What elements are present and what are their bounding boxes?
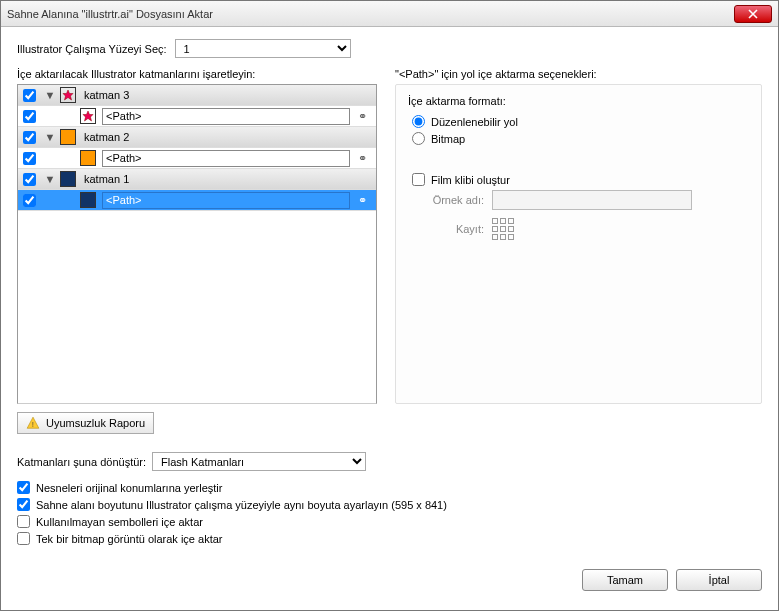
svg-text:!: !	[32, 421, 34, 428]
layer-checkbox[interactable]	[23, 173, 36, 186]
layer-name: katman 2	[82, 131, 376, 143]
window-title: Sahne Alanına "illustrtr.ai" Dosyasını A…	[7, 8, 734, 20]
layer-row[interactable]: <Path> ⚭	[18, 148, 376, 169]
unused-symbols-checkbox[interactable]	[17, 515, 30, 528]
layer-name[interactable]: <Path>	[106, 110, 141, 122]
titlebar: Sahne Alanına "illustrtr.ai" Dosyasını A…	[1, 1, 778, 27]
stage-size-checkbox[interactable]	[17, 498, 30, 511]
options-title: "<Path>" için yol içe aktarma seçenekler…	[395, 68, 762, 80]
layer-name: katman 3	[82, 89, 376, 101]
layer-swatch-icon	[60, 87, 76, 103]
close-icon	[748, 9, 758, 19]
link-icon: ⚭	[350, 194, 374, 207]
layer-row[interactable]: ▼ katman 2	[18, 127, 376, 148]
layer-checkbox[interactable]	[23, 131, 36, 144]
layer-swatch-icon	[80, 108, 96, 124]
collapse-toggle[interactable]: ▼	[40, 173, 60, 185]
link-icon: ⚭	[350, 110, 374, 123]
layer-checkbox[interactable]	[23, 194, 36, 207]
link-icon: ⚭	[350, 152, 374, 165]
ok-button[interactable]: Tamam	[582, 569, 668, 591]
instance-name-input	[492, 190, 692, 210]
layer-swatch-icon	[60, 171, 76, 187]
import-options-panel: İçe aktarma formatı: Düzenlenebilir yol …	[395, 84, 762, 404]
layer-row[interactable]: <Path> ⚭	[18, 190, 376, 211]
create-movieclip-checkbox[interactable]	[412, 173, 425, 186]
layer-swatch-icon	[60, 129, 76, 145]
incompatibility-report-button[interactable]: ! Uyumsuzluk Raporu	[17, 412, 154, 434]
layer-row[interactable]: ▼ katman 1	[18, 169, 376, 190]
collapse-toggle[interactable]: ▼	[40, 131, 60, 143]
layer-row[interactable]: ▼ katman 3	[18, 85, 376, 106]
layer-swatch-icon	[80, 192, 96, 208]
collapse-toggle[interactable]: ▼	[40, 89, 60, 101]
instance-name-label: Örnek adı:	[424, 194, 484, 206]
convert-layers-select[interactable]: Flash Katmanları	[152, 452, 366, 471]
cancel-button[interactable]: İptal	[676, 569, 762, 591]
registration-grid	[492, 218, 514, 240]
layer-name: katman 1	[82, 173, 376, 185]
artboard-select[interactable]: 1	[175, 39, 351, 58]
layer-name[interactable]: <Path>	[106, 194, 141, 206]
registration-label: Kayıt:	[424, 223, 484, 235]
close-button[interactable]	[734, 5, 772, 23]
layer-checkbox[interactable]	[23, 110, 36, 123]
layer-checkbox[interactable]	[23, 152, 36, 165]
svg-marker-0	[63, 90, 73, 100]
radio-editable-path[interactable]	[412, 115, 425, 128]
convert-layers-label: Katmanları şuna dönüştür:	[17, 456, 146, 468]
warning-icon: !	[26, 416, 40, 430]
format-label: İçe aktarma formatı:	[408, 95, 749, 107]
orig-position-checkbox[interactable]	[17, 481, 30, 494]
layer-list[interactable]: ▼ katman 3 <Path> ⚭ ▼ katman 2	[17, 84, 377, 404]
single-bitmap-checkbox[interactable]	[17, 532, 30, 545]
svg-marker-1	[83, 111, 93, 121]
radio-bitmap[interactable]	[412, 132, 425, 145]
layer-row[interactable]: <Path> ⚭	[18, 106, 376, 127]
layer-swatch-icon	[80, 150, 96, 166]
artboard-label: Illustrator Çalışma Yüzeyi Seç:	[17, 43, 167, 55]
layer-name[interactable]: <Path>	[106, 152, 141, 164]
layers-section-label: İçe aktarılacak Illustrator katmanlarını…	[17, 68, 377, 80]
layer-checkbox[interactable]	[23, 89, 36, 102]
